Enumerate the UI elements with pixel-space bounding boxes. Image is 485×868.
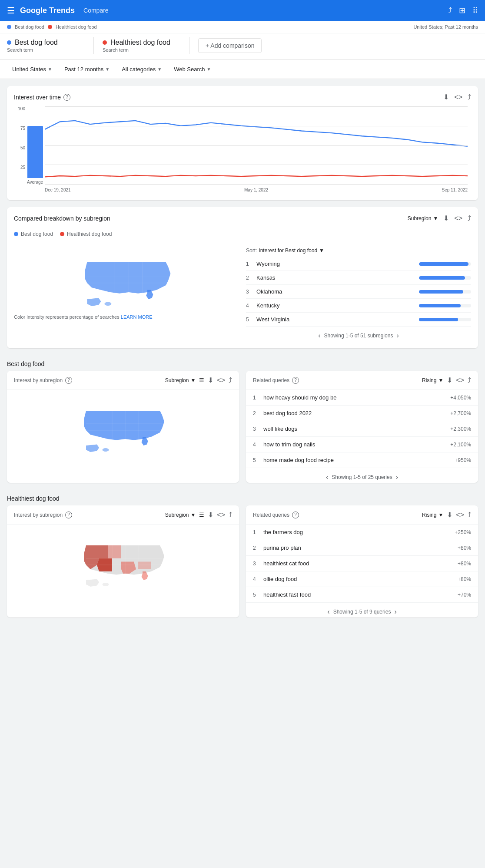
best-next-page[interactable]: ›	[396, 473, 398, 481]
list-item: 4 how to trim dog nails +2,100%	[246, 437, 478, 452]
interest-over-time-title: Interest over time ?	[14, 94, 70, 101]
sort-arrow: ▼	[319, 248, 324, 254]
best-related-info[interactable]: ?	[292, 377, 299, 384]
best-usa-map	[14, 393, 232, 459]
best-subregion-actions: Subregion ▼ ☰ ⬇ <> ⤴	[165, 376, 232, 384]
apps-icon[interactable]: ⠿	[472, 6, 478, 15]
term2-scroll-label: Healthiest dog food	[56, 24, 97, 30]
interest-info-icon[interactable]: ?	[63, 94, 70, 101]
us-main-body	[85, 262, 170, 294]
breakdown-download-icon[interactable]: ⬇	[443, 214, 449, 222]
interest-over-time-card: Interest over time ? ⬇ <> ⤴ 100 75 50 25	[7, 86, 478, 200]
term2-dot-main	[103, 40, 107, 45]
best-subregion-info[interactable]: ?	[65, 377, 72, 384]
list-view-icon[interactable]: ☰	[199, 377, 204, 383]
healthiest-sub-share[interactable]: ⤴	[229, 511, 232, 519]
svg-point-17	[103, 583, 109, 586]
breakdown-share-icon[interactable]: ⤴	[468, 215, 471, 222]
best-sub-share[interactable]: ⤴	[229, 376, 232, 384]
list-item: 3 healthiest cat food +80%	[246, 556, 478, 571]
term2-box: Healthiest dog food Search term	[103, 37, 189, 54]
best-related-download[interactable]: ⬇	[447, 376, 452, 384]
hawaii	[104, 302, 111, 306]
y-axis: 100 75 50 25	[14, 106, 27, 193]
svg-point-11	[103, 448, 109, 452]
subregion-dropdown[interactable]: Subregion ▼	[408, 215, 438, 221]
region-bar	[419, 304, 461, 307]
table-row: 4 Kentucky	[246, 299, 471, 313]
list-item: 1 how heavy should my dog be +4,050%	[246, 390, 478, 406]
share-chart-icon[interactable]: ⤴	[468, 93, 471, 101]
region-bar	[419, 262, 468, 266]
menu-icon[interactable]: ☰	[7, 5, 15, 16]
header-icons: ⤴ ⊞ ⠿	[448, 6, 478, 15]
healthiest-next-page[interactable]: ›	[394, 608, 396, 616]
red-line	[45, 175, 468, 177]
best-related-share[interactable]: ⤴	[468, 376, 471, 384]
time-arrow: ▼	[105, 67, 110, 72]
category-filter[interactable]: All categories ▼	[116, 63, 167, 75]
table-row: 2 Kansas	[246, 271, 471, 285]
add-comparison-button[interactable]: + Add comparison	[198, 38, 262, 53]
healthiest-subregion-dropdown[interactable]: Subregion ▼	[165, 512, 196, 518]
location-filter[interactable]: United States ▼	[7, 63, 57, 75]
breakdown-embed-icon[interactable]: <>	[454, 215, 462, 222]
best-related-title: Related queries ?	[253, 377, 299, 384]
search-terms-bar: Best dog food Healthiest dog food United…	[0, 21, 485, 60]
best-prev-page[interactable]: ‹	[326, 473, 328, 481]
healthiest-related-download[interactable]: ⬇	[447, 511, 452, 519]
main-content: Interest over time ? ⬇ <> ⤴ 100 75 50 25	[0, 79, 485, 624]
healthiest-sub-download[interactable]: ⬇	[208, 511, 213, 519]
healthiest-dog-food-title: Healthiest dog food	[7, 490, 478, 505]
healthiest-subregion-card: Interest by subregion ? Subregion ▼ ☰ ⬇ …	[7, 505, 239, 617]
search-terms-scroll: Best dog food Healthiest dog food United…	[0, 21, 485, 33]
best-sub-embed[interactable]: <>	[217, 376, 225, 384]
embed-icon[interactable]: ⊞	[459, 6, 465, 15]
best-dog-food-section: Best dog food Interest by subregion ? Su…	[7, 355, 478, 483]
filters-bar: United States ▼ Past 12 months ▼ All cat…	[0, 60, 485, 79]
table-row: 3 Oklahoma	[246, 285, 471, 299]
healthiest-subregion-title: Interest by subregion ?	[14, 512, 72, 518]
best-dog-food-title: Best dog food	[7, 355, 478, 371]
term1-dot-main	[7, 40, 11, 45]
best-related-sort-dropdown[interactable]: Rising ▼	[422, 377, 443, 383]
healthiest-related-info[interactable]: ?	[292, 512, 299, 518]
usa-map-svg	[14, 244, 239, 313]
region-bar-container	[419, 276, 471, 280]
embed-code-icon[interactable]: <>	[454, 93, 462, 101]
compared-breakdown-card: Compared breakdown by subregion Subregio…	[7, 207, 478, 348]
healthiest-related-share[interactable]: ⤴	[468, 511, 471, 519]
prev-page[interactable]: ‹	[318, 332, 320, 340]
healthiest-sub-embed[interactable]: <>	[217, 511, 225, 519]
healthiest-related-embed[interactable]: <>	[456, 511, 464, 519]
list-item: 2 best dog food 2022 +2,700%	[246, 406, 478, 421]
healthiest-related-sort[interactable]: Rising ▼	[422, 512, 443, 518]
share-icon[interactable]: ⤴	[448, 6, 452, 15]
table-row: 5 West Virginia	[246, 313, 471, 327]
term2-type: Search term	[103, 47, 180, 53]
table-row: 1 Wyoming	[246, 257, 471, 271]
legend-dot-blue	[14, 232, 18, 236]
time-filter[interactable]: Past 12 months ▼	[59, 63, 115, 75]
search-type-filter[interactable]: Web Search ▼	[169, 63, 216, 75]
healthiest-subregion-actions: Subregion ▼ ☰ ⬇ <> ⤴	[165, 511, 232, 519]
healthiest-subregion-header: Interest by subregion ? Subregion ▼ ☰ ⬇ …	[7, 505, 239, 525]
download-icon[interactable]: ⬇	[443, 93, 449, 101]
search-type-arrow: ▼	[206, 67, 211, 72]
healthiest-prev-page[interactable]: ‹	[327, 608, 329, 616]
healthiest-list-icon[interactable]: ☰	[199, 512, 204, 518]
x-axis-labels: Dec 19, 2021 May 1, 2022 Sep 11, 2022	[45, 188, 468, 192]
best-subregion-dropdown[interactable]: Subregion ▼	[165, 377, 196, 383]
healthiest-queries-pagination: ‹ Showing 1-5 of 9 queries ›	[246, 603, 478, 617]
healthiest-related-header: Related queries ? Rising ▼ ⬇ <> ⤴	[246, 505, 478, 525]
sort-dropdown[interactable]: Interest for Best dog food ▼	[259, 248, 324, 254]
best-sub-download[interactable]: ⬇	[208, 376, 213, 384]
best-related-embed[interactable]: <>	[456, 376, 464, 384]
term2-name[interactable]: Healthiest dog food	[103, 39, 180, 46]
healthiest-subregion-info[interactable]: ?	[65, 512, 72, 518]
learn-more-link[interactable]: LEARN MORE	[121, 314, 153, 320]
region-bar-container	[419, 318, 471, 321]
term2-dot	[48, 25, 52, 29]
next-page[interactable]: ›	[396, 332, 399, 340]
term1-name[interactable]: Best dog food	[7, 39, 85, 46]
